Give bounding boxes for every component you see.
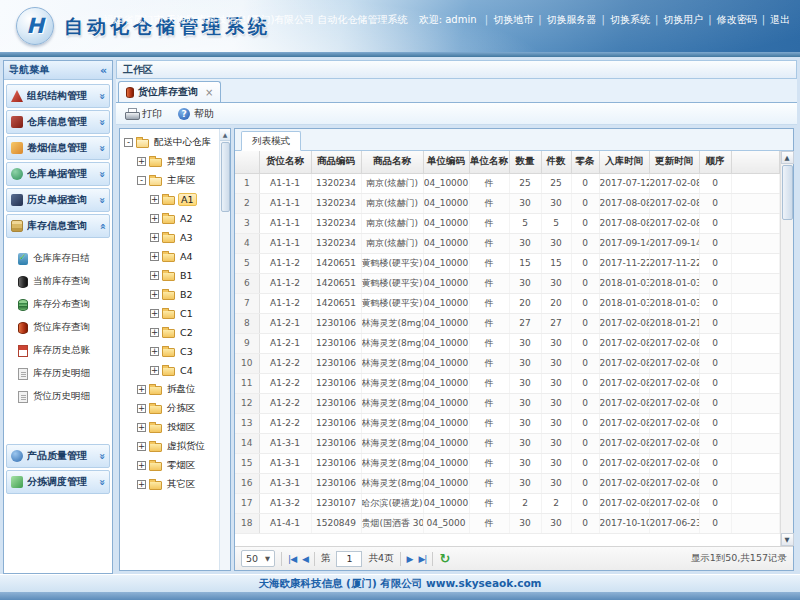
table-row[interactable]: 14A1-3-11230106林海灵芝(8mg)04_10000件3030020… <box>235 433 780 453</box>
tree-node[interactable]: +A2 <box>120 209 219 228</box>
tree-node[interactable]: +C1 <box>120 304 219 323</box>
table-row[interactable]: 18A1-4-11520849贵烟(国酒香 30)04_5000件3030020… <box>235 513 780 533</box>
tree-node[interactable]: +B1 <box>120 266 219 285</box>
tab-location-stock-query[interactable]: 货位库存查询 × <box>118 81 221 102</box>
sidebar-group[interactable]: 卷烟信息管理» <box>6 136 110 160</box>
table-row[interactable]: 13A1-2-21230106林海灵芝(8mg)04_10000件3030020… <box>235 413 780 433</box>
sidebar-item[interactable]: 库存历史总账 <box>6 339 110 362</box>
table-row[interactable]: 7A1-1-21420651黄鹤楼(硬平安)04_10000件202002018… <box>235 293 780 313</box>
sidebar-group[interactable]: 历史单据查询» <box>6 188 110 212</box>
tree-node[interactable]: +B2 <box>120 285 219 304</box>
scroll-up-icon[interactable]: ▲ <box>781 151 794 164</box>
table-row[interactable]: 17A1-3-21230107哈尔滨(硬禧龙)04_10000件2202017-… <box>235 493 780 513</box>
expand-icon[interactable]: + <box>150 214 159 223</box>
header-link[interactable]: 切换地市 <box>480 14 533 25</box>
tree-node[interactable]: +投烟区 <box>120 418 219 437</box>
expand-icon[interactable]: + <box>137 442 146 451</box>
collapse-icon[interactable]: - <box>137 176 146 185</box>
tree-node[interactable]: +异型烟 <box>120 152 219 171</box>
expand-icon[interactable]: + <box>150 347 159 356</box>
next-page-button[interactable]: ▶ <box>407 554 413 564</box>
expand-icon[interactable]: + <box>137 423 146 432</box>
help-button[interactable]: ? 帮助 <box>178 107 214 121</box>
print-button[interactable]: 打印 <box>125 107 162 121</box>
sidebar-group[interactable]: 产品质量管理» <box>6 444 110 468</box>
expand-icon[interactable]: + <box>150 233 159 242</box>
table-row[interactable]: 16A1-3-11230106林海灵芝(8mg)04_10000件3030020… <box>235 473 780 493</box>
tree-node[interactable]: +零烟区 <box>120 456 219 475</box>
tree-node[interactable]: +A1 <box>120 190 219 209</box>
header-link[interactable]: 切换服务器 <box>533 14 596 25</box>
table-row[interactable]: 5A1-1-21420651黄鹤楼(硬平安)04_10000件151502017… <box>235 253 780 273</box>
sidebar-group[interactable]: 仓库信息管理» <box>6 110 110 134</box>
table-row[interactable]: 8A1-2-11230106林海灵芝(8mg)04_10000件27270201… <box>235 313 780 333</box>
sidebar-item[interactable]: 货位库存查询 <box>6 316 110 339</box>
column-header[interactable] <box>235 151 259 173</box>
sidebar-collapse-icon[interactable]: « <box>100 64 107 77</box>
tree-scrollbar[interactable]: ▲ <box>219 129 230 570</box>
page-number-input[interactable] <box>336 551 362 567</box>
expand-icon[interactable]: + <box>150 195 159 204</box>
column-header[interactable]: 单位编码 <box>423 151 469 173</box>
column-header[interactable]: 顺序 <box>699 151 731 173</box>
tree-node[interactable]: +其它区 <box>120 475 219 494</box>
table-scrollbar[interactable]: ▲ ▼ <box>780 151 793 546</box>
tree-node[interactable]: +分拣区 <box>120 399 219 418</box>
table-row[interactable]: 4A1-1-11320234南京(炫赫门)04_10000件303002017-… <box>235 233 780 253</box>
tree-node[interactable]: -主库区 <box>120 171 219 190</box>
column-header[interactable]: 商品编码 <box>311 151 361 173</box>
sidebar-item[interactable]: 库存分布查询 <box>6 293 110 316</box>
tree-node[interactable]: +拆盘位 <box>120 380 219 399</box>
sidebar-item[interactable]: 仓库库存日结 <box>6 247 110 270</box>
column-header[interactable]: 商品名称 <box>361 151 423 173</box>
scrollbar-thumb[interactable] <box>221 142 230 212</box>
scroll-up-icon[interactable]: ▲ <box>220 129 231 141</box>
column-header[interactable]: 入库时间 <box>599 151 649 173</box>
prev-page-button[interactable]: ◀ <box>302 554 308 564</box>
column-header[interactable]: 零条 <box>571 151 599 173</box>
sidebar-item[interactable]: 货位历史明细 <box>6 385 110 408</box>
header-link[interactable]: 切换系统 <box>597 14 650 25</box>
page-size-select[interactable]: 50 ▼ <box>241 550 275 567</box>
column-header[interactable]: 数量 <box>509 151 541 173</box>
last-page-button[interactable]: ▶| <box>418 554 426 564</box>
sidebar-group[interactable]: 组织结构管理» <box>6 84 110 108</box>
tree-node[interactable]: -配送中心仓库 <box>120 133 219 152</box>
table-row[interactable]: 15A1-3-11230106林海灵芝(8mg)04_10000件3030020… <box>235 453 780 473</box>
expand-icon[interactable]: + <box>137 461 146 470</box>
table-row[interactable]: 10A1-2-21230106林海灵芝(8mg)04_10000件3030020… <box>235 353 780 373</box>
table-row[interactable]: 9A1-2-11230106林海灵芝(8mg)04_10000件30300201… <box>235 333 780 353</box>
expand-icon[interactable]: + <box>137 157 146 166</box>
sidebar-group[interactable]: 仓库单据管理» <box>6 162 110 186</box>
sidebar-group[interactable]: 库存信息查询» <box>6 214 110 238</box>
expand-icon[interactable]: + <box>150 290 159 299</box>
table-row[interactable]: 2A1-1-11320234南京(炫赫门)04_10000件303002017-… <box>235 193 780 213</box>
tree-node[interactable]: +A4 <box>120 247 219 266</box>
column-header[interactable]: 单位名称 <box>469 151 509 173</box>
expand-icon[interactable]: + <box>137 385 146 394</box>
refresh-button[interactable]: ↻ <box>439 551 450 566</box>
column-header[interactable]: 更新时间 <box>649 151 699 173</box>
tab-list-mode[interactable]: 列表模式 <box>241 131 301 151</box>
header-link[interactable]: 切换用户 <box>650 14 703 25</box>
table-row[interactable]: 3A1-1-11320234南京(炫赫门)04_10000件5502017-08… <box>235 213 780 233</box>
table-row[interactable]: 12A1-2-21230106林海灵芝(8mg)04_10000件3030020… <box>235 393 780 413</box>
tree-node[interactable]: +C3 <box>120 342 219 361</box>
expand-icon[interactable]: + <box>150 328 159 337</box>
expand-icon[interactable]: + <box>150 366 159 375</box>
column-header[interactable]: 件数 <box>541 151 571 173</box>
table-row[interactable]: 6A1-1-21420651黄鹤楼(硬平安)04_10000件303002018… <box>235 273 780 293</box>
expand-icon[interactable]: + <box>137 404 146 413</box>
sidebar-item[interactable]: 当前库存查询 <box>6 270 110 293</box>
tree-node[interactable]: +虚拟货位 <box>120 437 219 456</box>
tree-node[interactable]: +C2 <box>120 323 219 342</box>
expand-icon[interactable]: + <box>150 271 159 280</box>
column-header[interactable]: 货位名称 <box>259 151 311 173</box>
tree-node[interactable]: +A3 <box>120 228 219 247</box>
expand-icon[interactable]: + <box>150 309 159 318</box>
scrollbar-thumb[interactable] <box>782 165 793 220</box>
first-page-button[interactable]: |◀ <box>288 554 296 564</box>
header-link[interactable]: 退出 <box>757 14 790 25</box>
expand-icon[interactable]: + <box>137 480 146 489</box>
table-row[interactable]: 11A1-2-21230106林海灵芝(8mg)04_10000件3030020… <box>235 373 780 393</box>
